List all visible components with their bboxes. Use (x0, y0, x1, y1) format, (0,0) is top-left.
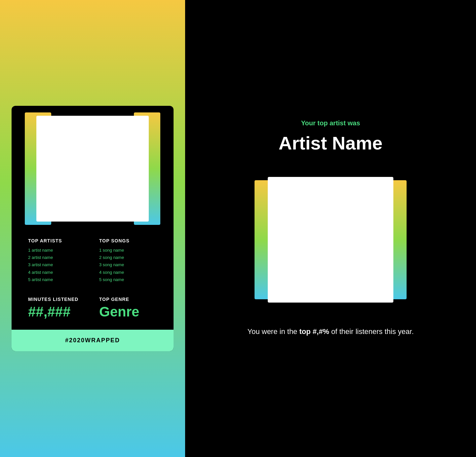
album-art-container (12, 106, 174, 231)
album-art-main (36, 116, 149, 222)
artist-3: 3 artist name (28, 261, 86, 269)
right-album-main (268, 177, 393, 303)
genre-value: Genre (99, 304, 157, 320)
song-2: 2 song name (99, 254, 157, 261)
right-bottom-text: You were in the top #,#% of their listen… (248, 326, 414, 337)
song-5: 5 song name (99, 276, 157, 283)
song-4: 4 song name (99, 269, 157, 276)
songs-list: 1 song name 2 song name 3 song name 4 so… (99, 247, 157, 283)
card-footer: #2020WRAPPED (12, 330, 174, 351)
artists-list: 1 artist name 2 artist name 3 artist nam… (28, 247, 86, 283)
genre-col: TOP GENRE Genre (99, 297, 157, 320)
minutes-col: MINUTES LISTENED ##,### (28, 297, 86, 320)
top-songs-header: TOP SONGS (99, 238, 157, 243)
artist-2: 2 artist name (28, 254, 86, 261)
footer-text: #2020WRAPPED (65, 337, 120, 344)
genre-label: TOP GENRE (99, 297, 157, 302)
top-artists-header: TOP ARTISTS (28, 238, 86, 243)
minutes-value: ##,### (28, 304, 86, 320)
right-panel: Your top artist was Artist Name You were… (185, 0, 476, 457)
bottom-prefix: You were in the (248, 327, 299, 336)
songs-col: TOP SONGS 1 song name 2 song name 3 song… (99, 238, 157, 283)
card: TOP ARTISTS 1 artist name 2 artist name … (12, 106, 174, 351)
bottom-bold: top #,#% (299, 327, 329, 336)
right-top-label: Your top artist was (301, 119, 360, 127)
artist-4: 4 artist name (28, 269, 86, 276)
metrics-section: MINUTES LISTENED ##,### TOP GENRE Genre (12, 287, 174, 330)
right-album-container (261, 170, 400, 309)
minutes-label: MINUTES LISTENED (28, 297, 86, 302)
right-artist-name: Artist Name (279, 132, 382, 154)
artist-5: 5 artist name (28, 276, 86, 283)
bottom-suffix: of their listeners this year. (329, 327, 414, 336)
card-inner: TOP ARTISTS 1 artist name 2 artist name … (12, 106, 174, 329)
artists-col: TOP ARTISTS 1 artist name 2 artist name … (28, 238, 86, 283)
stats-section: TOP ARTISTS 1 artist name 2 artist name … (12, 231, 174, 286)
song-1: 1 song name (99, 247, 157, 254)
left-panel: TOP ARTISTS 1 artist name 2 artist name … (0, 0, 185, 457)
artist-1: 1 artist name (28, 247, 86, 254)
song-3: 3 song name (99, 261, 157, 269)
